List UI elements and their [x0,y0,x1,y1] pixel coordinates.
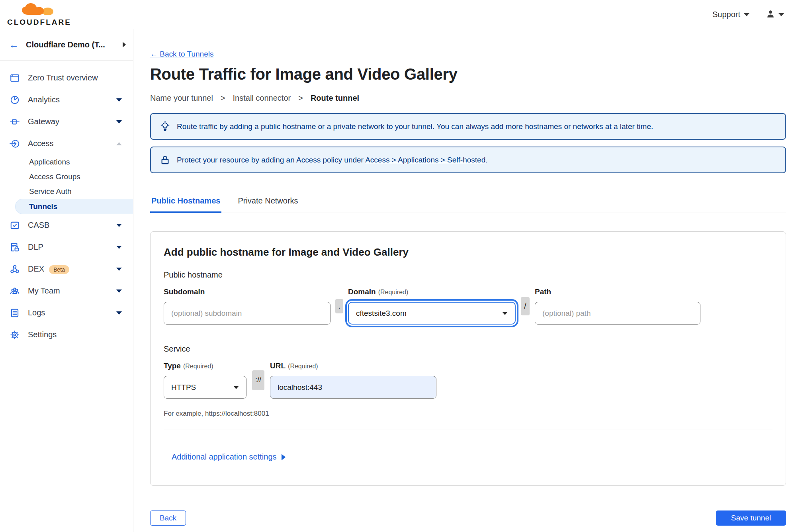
required-hint: (Required) [183,363,213,370]
chevron-down-icon [116,268,122,271]
chevron-down-icon [116,289,122,293]
back-to-tunnels-link[interactable]: ← Back to Tunnels [150,50,213,59]
url-example-hint: For example, https://localhost:8001 [164,410,773,418]
step-route-tunnel: Route tunnel [311,94,359,103]
access-applications-self-hosted-link[interactable]: Access > Applications > Self-hosted [365,156,485,164]
footer-actions: Back Save tunnel [150,510,786,526]
url-label: URL(Required) [270,362,436,370]
domain-select-value: cftestsite3.com [356,309,407,318]
access-arrow-icon [10,139,20,149]
back-arrow-icon[interactable]: ← [9,40,19,50]
topbar: CLOUDFLARE Support [0,0,796,29]
sidebar-item-service-auth[interactable]: Service Auth [0,184,133,199]
card-divider [164,430,773,430]
type-label: Type(Required) [164,362,246,370]
lightbulb-icon [160,121,170,132]
chevron-down-icon [116,224,122,227]
domain-label: Domain(Required) [348,288,516,296]
step-name-your-tunnel[interactable]: Name your tunnel [150,94,213,103]
dex-network-icon [10,264,20,274]
dot-separator: . [335,299,343,313]
save-tunnel-button[interactable]: Save tunnel [716,510,786,526]
required-hint: (Required) [378,289,409,295]
cloudflare-wordmark: CLOUDFLARE [7,18,71,27]
sidebar-item-dex[interactable]: DEXBeta [0,258,133,280]
chevron-down-icon [116,120,122,123]
sidebar-item-gateway[interactable]: Gateway [0,111,133,133]
card-heading: Add public hostname for Image and Video … [164,246,773,258]
team-people-icon [10,286,20,296]
cloudflare-cloud-icon [19,3,59,19]
chevron-down-icon [116,246,122,249]
logs-document-icon [10,308,20,318]
user-menu[interactable] [765,9,784,21]
sidebar-item-casb[interactable]: CASB [0,214,133,236]
chevron-down-icon [116,311,122,315]
overview-window-icon [10,73,20,83]
chevron-up-icon [116,142,122,145]
sidebar-item-logs[interactable]: Logs [0,302,133,324]
hostname-tabs: Public Hostnames Private Networks [150,196,786,213]
tab-private-networks[interactable]: Private Networks [237,196,299,213]
gear-icon [10,330,20,340]
sidebar-item-access-groups[interactable]: Access Groups [0,169,133,184]
back-button[interactable]: Back [150,510,186,526]
additional-application-settings-toggle[interactable]: Additional application settings [172,452,286,462]
sidebar-item-my-team[interactable]: My Team [0,280,133,302]
scheme-separator: :// [252,370,264,390]
main-content: ← Back to Tunnels Route Traffic for Imag… [133,29,796,532]
chevron-down-icon [116,98,122,102]
access-subnav: Applications Access Groups Service Auth … [0,155,133,214]
path-input[interactable] [535,302,700,325]
required-hint: (Required) [288,363,318,370]
subdomain-label: Subdomain [164,288,331,296]
support-menu[interactable]: Support [712,10,749,19]
service-type-select[interactable]: HTTPS [164,376,246,399]
sidebar-item-access[interactable]: Access [0,133,133,155]
sidebar-divider [0,353,133,353]
dlp-document-lock-icon [10,242,20,252]
service-url-input[interactable] [270,376,436,399]
sidebar-item-settings[interactable]: Settings [0,324,133,346]
chevron-right-icon [282,454,286,460]
subdomain-input[interactable] [164,302,331,325]
analytics-pie-icon [10,95,20,105]
chevron-down-icon [744,13,749,16]
beta-badge: Beta [49,265,69,274]
public-hostname-card: Add public hostname for Image and Video … [150,231,786,486]
gateway-icon [10,117,20,127]
page-title: Route Traffic for Image and Video Galler… [150,65,786,83]
step-separator: > [221,94,225,103]
sidebar-item-analytics[interactable]: Analytics [0,89,133,111]
banner-text: Protect your resource by adding an Acces… [177,156,488,164]
step-separator: > [298,94,303,103]
chevron-down-icon [778,13,784,16]
sidebar-item-tunnels[interactable]: Tunnels [15,199,133,214]
sidebar-nav: Zero Trust overview Analytics [0,61,133,353]
team-switcher[interactable]: ← Cloudflare Demo (T... [0,29,133,61]
chevron-down-icon [502,312,508,315]
tab-public-hostnames[interactable]: Public Hostnames [150,196,221,213]
user-avatar-icon [765,9,776,21]
chevron-down-icon [233,386,239,389]
service-section-label: Service [164,344,773,354]
banner-text: Route traffic by adding a public hostnam… [177,122,653,131]
casb-icon [10,220,20,231]
sidebar-item-applications[interactable]: Applications [0,155,133,169]
slash-separator: / [521,297,530,315]
support-label: Support [712,10,740,19]
lock-icon [160,155,170,165]
info-banner-route-traffic: Route traffic by adding a public hostnam… [150,113,786,140]
cloudflare-logo[interactable]: CLOUDFLARE [7,3,71,27]
public-hostname-section-label: Public hostname [164,270,773,280]
service-type-value: HTTPS [171,383,196,392]
chevron-right-icon [123,42,126,47]
path-label: Path [535,288,700,296]
domain-select[interactable]: cftestsite3.com [348,302,516,325]
sidebar: ← Cloudflare Demo (T... Zero Trust overv… [0,29,133,532]
info-banner-access-policy: Protect your resource by adding an Acces… [150,147,786,173]
sidebar-item-dlp[interactable]: DLP [0,236,133,258]
sidebar-item-zero-trust-overview[interactable]: Zero Trust overview [0,67,133,89]
step-install-connector[interactable]: Install connector [233,94,291,103]
wizard-steps: Name your tunnel > Install connector > R… [150,94,786,103]
